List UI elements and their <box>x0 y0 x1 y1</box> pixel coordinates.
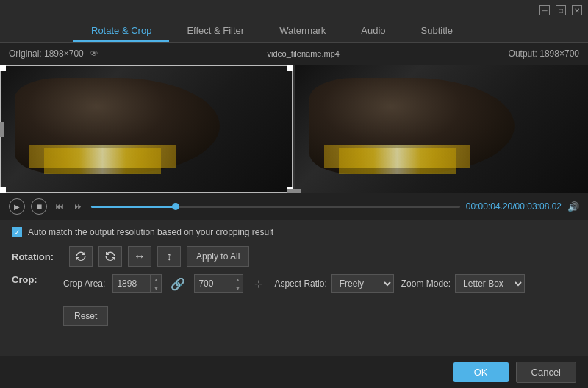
crop-width-input-wrap: ▲ ▼ <box>112 274 162 293</box>
auto-match-label: Auto match the output resolution based o… <box>28 227 273 237</box>
auto-match-checkbox[interactable] <box>12 227 22 237</box>
flip-horizontal-button[interactable]: ↔ <box>128 246 151 267</box>
crop-height-down[interactable]: ▼ <box>232 284 243 292</box>
aspect-ratio-select[interactable]: Freely 16:9 4:3 1:1 9:16 <box>331 274 394 293</box>
tab-watermark[interactable]: Watermark <box>262 21 343 42</box>
auto-match-row: Auto match the output resolution based o… <box>12 227 576 237</box>
progress-fill <box>91 206 176 208</box>
output-resolution: Output: 1898×700 <box>509 48 579 59</box>
close-button[interactable]: ✕ <box>572 5 582 15</box>
current-time: 00:00:04.20 <box>466 201 512 212</box>
title-bar: ─ □ ✕ <box>0 0 588 21</box>
crop-width-up[interactable]: ▲ <box>151 275 161 284</box>
ok-button[interactable]: OK <box>453 362 509 382</box>
controls-section: Auto match the output resolution based o… <box>0 220 588 333</box>
flip-vertical-button[interactable]: ↕ <box>157 246 181 267</box>
cancel-button[interactable]: Cancel <box>516 362 576 383</box>
link-icon[interactable]: 🔗 <box>171 277 185 291</box>
tab-rotate-crop[interactable]: Rotate & Crop <box>74 21 169 42</box>
next-frame-button[interactable]: ⏭ <box>72 200 85 213</box>
eye-icon[interactable]: 👁 <box>90 48 98 59</box>
progress-thumb[interactable] <box>172 203 179 210</box>
reset-button[interactable]: Reset <box>63 306 108 326</box>
apply-to-all-button[interactable]: Apply to All <box>187 246 249 267</box>
tab-effect-filter[interactable]: Effect & Filter <box>169 21 262 42</box>
rotation-row: Rotation: ↔ ↕ Apply to All <box>12 246 576 267</box>
center-icon[interactable]: ⊹ <box>251 276 267 292</box>
filename: video_filename.mp4 <box>267 49 339 58</box>
info-bar: Original: 1898×700 👁 video_filename.mp4 … <box>0 43 588 65</box>
crop-width-spinners: ▲ ▼ <box>150 274 162 293</box>
zoom-mode-group: Zoom Mode: Letter Box Pan & Scan Full <box>401 274 525 293</box>
tab-audio[interactable]: Audio <box>343 21 403 42</box>
preview-area <box>0 65 588 193</box>
maximize-button[interactable]: □ <box>556 5 566 15</box>
preview-right <box>295 65 588 193</box>
video-frame-left <box>0 65 293 193</box>
crop-height-input[interactable] <box>194 274 232 293</box>
original-resolution: Original: 1898×700 <box>9 48 84 59</box>
bottom-bar: OK Cancel <box>0 356 588 388</box>
crop-height-input-wrap: ▲ ▼ <box>194 274 243 293</box>
crop-section: Crop: Crop Area: ▲ ▼ 🔗 ▲ ▼ <box>12 274 576 326</box>
video-frame-right <box>295 65 588 193</box>
progress-track[interactable] <box>91 206 460 208</box>
playback-bar: ▶ ⏹ ⏮ ⏭ 00:00:04.20/00:03:08.02 🔊 <box>0 193 588 220</box>
crop-width-input[interactable] <box>112 274 151 293</box>
stop-button[interactable]: ⏹ <box>31 198 47 215</box>
prev-frame-button[interactable]: ⏮ <box>53 200 66 213</box>
rotate-left-button[interactable] <box>69 246 93 267</box>
rotation-label: Rotation: <box>12 251 63 262</box>
total-time: 00:03:08.02 <box>515 201 562 212</box>
volume-icon[interactable]: 🔊 <box>567 201 579 212</box>
zoom-mode-select[interactable]: Letter Box Pan & Scan Full <box>455 274 525 293</box>
crop-height-spinners: ▲ ▼ <box>232 274 243 293</box>
crop-width-down[interactable]: ▼ <box>151 284 161 292</box>
time-display: 00:00:04.20/00:03:08.02 <box>466 201 562 212</box>
play-button[interactable]: ▶ <box>9 198 25 215</box>
tab-bar: Rotate & Crop Effect & Filter Watermark … <box>0 21 588 43</box>
aspect-ratio-label: Aspect Ratio: <box>274 279 326 289</box>
aspect-ratio-group: Aspect Ratio: Freely 16:9 4:3 1:1 9:16 <box>274 274 393 293</box>
reset-row: Reset <box>63 306 525 326</box>
crop-height-up[interactable]: ▲ <box>232 275 243 284</box>
crop-row: Crop Area: ▲ ▼ 🔗 ▲ ▼ ⊹ <box>63 274 525 293</box>
zoom-mode-label: Zoom Mode: <box>401 279 451 289</box>
crop-area-label: Crop Area: <box>63 279 105 289</box>
crop-label: Crop: <box>12 274 63 285</box>
minimize-button[interactable]: ─ <box>539 5 550 15</box>
preview-left <box>0 65 293 193</box>
tab-subtitle[interactable]: Subtitle <box>404 21 470 42</box>
rotate-right-button[interactable] <box>98 246 122 267</box>
